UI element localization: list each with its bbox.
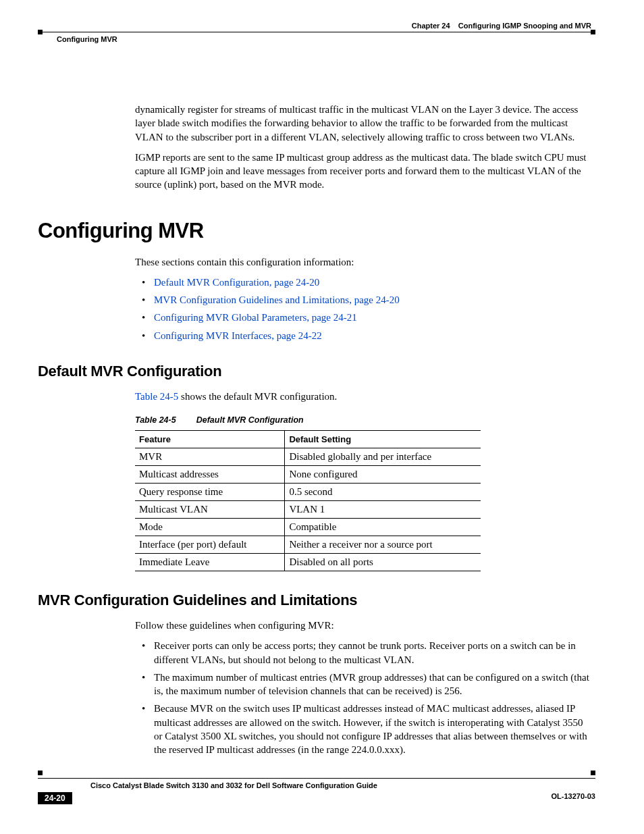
chapter-number: Chapter 24 <box>412 22 450 30</box>
body-paragraph: These sections contain this configuratio… <box>135 255 591 269</box>
body-paragraph: Table 24-5 shows the default MVR configu… <box>135 390 591 403</box>
list-item: MVR Configuration Guidelines and Limitat… <box>135 293 591 307</box>
table-cell: Multicast VLAN <box>135 501 285 519</box>
body-paragraph: dynamically register for streams of mult… <box>135 103 591 144</box>
config-table: Feature Default Setting MVRDisabled glob… <box>135 430 481 571</box>
page-content: dynamically register for streams of mult… <box>0 62 644 756</box>
link-list: Default MVR Configuration, page 24-20 MV… <box>135 276 591 342</box>
book-title: Cisco Catalyst Blade Switch 3130 and 303… <box>38 781 595 789</box>
running-header: Chapter 24 Configuring IGMP Snooping and… <box>0 0 644 62</box>
table-header-row: Feature Default Setting <box>135 431 481 448</box>
header-rule <box>38 32 595 32</box>
list-item: Configuring MVR Global Parameters, page … <box>135 311 591 324</box>
list-item: Configuring MVR Interfaces, page 24-22 <box>135 329 591 342</box>
page-number: 24-20 <box>38 792 72 804</box>
table-row: Multicast addressesNone configured <box>135 466 481 484</box>
heading-2: MVR Configuration Guidelines and Limitat… <box>38 592 591 609</box>
table-row: Interface (per port) defaultNeither a re… <box>135 536 481 554</box>
table-cell: Compatible <box>285 519 481 536</box>
list-item: Receiver ports can only be access ports;… <box>135 639 591 667</box>
xref-link[interactable]: Configuring MVR Global Parameters, page … <box>154 312 357 323</box>
table-row: Immediate LeaveDisabled on all ports <box>135 554 481 571</box>
table-cell: Neither a receiver nor a source port <box>285 536 481 554</box>
table-cell: 0.5 second <box>285 484 481 501</box>
table-header: Default Setting <box>285 431 481 448</box>
footer-marker-icon <box>591 771 595 775</box>
xref-link[interactable]: Configuring MVR Interfaces, page 24-22 <box>154 330 322 341</box>
table-cell: Multicast addresses <box>135 466 285 484</box>
table-row: ModeCompatible <box>135 519 481 536</box>
table-header: Feature <box>135 431 285 448</box>
table-caption: Table 24-5Default MVR Configuration <box>135 415 591 425</box>
guidelines-list: Receiver ports can only be access ports;… <box>135 639 591 756</box>
chapter-title: Configuring IGMP Snooping and MVR <box>458 22 591 30</box>
table-title: Default MVR Configuration <box>196 415 304 425</box>
table-row: Query response time0.5 second <box>135 484 481 501</box>
table-cell: Interface (per port) default <box>135 536 285 554</box>
xref-link[interactable]: Table 24-5 <box>135 391 178 402</box>
header-chapter: Chapter 24 Configuring IGMP Snooping and… <box>412 22 591 30</box>
table-cell: VLAN 1 <box>285 501 481 519</box>
footer-rule <box>38 778 595 779</box>
header-marker-icon <box>38 30 43 34</box>
body-paragraph: Follow these guidelines when configuring… <box>135 619 591 632</box>
table-row: MVRDisabled globally and per interface <box>135 448 481 466</box>
xref-link[interactable]: MVR Configuration Guidelines and Limitat… <box>154 294 400 305</box>
footer-marker-icon <box>38 771 43 775</box>
header-marker-icon <box>591 30 595 34</box>
xref-link[interactable]: Default MVR Configuration, page 24-20 <box>154 277 319 288</box>
document-id: OL-13270-03 <box>552 792 595 800</box>
list-item: Because MVR on the switch uses IP multic… <box>135 702 591 756</box>
table-row: Multicast VLANVLAN 1 <box>135 501 481 519</box>
list-item: Default MVR Configuration, page 24-20 <box>135 276 591 289</box>
table-cell: Query response time <box>135 484 285 501</box>
table-cell: Immediate Leave <box>135 554 285 571</box>
table-cell: MVR <box>135 448 285 466</box>
heading-2: Default MVR Configuration <box>38 363 591 380</box>
heading-1: Configuring MVR <box>38 219 591 243</box>
table-cell: None configured <box>285 466 481 484</box>
table-cell: Disabled on all ports <box>285 554 481 571</box>
body-paragraph: IGMP reports are sent to the same IP mul… <box>135 151 591 192</box>
list-item: The maximum number of multicast entries … <box>135 671 591 698</box>
header-section: Configuring MVR <box>57 35 117 43</box>
table-cell: Mode <box>135 519 285 536</box>
table-number: Table 24-5 <box>135 415 176 425</box>
page-footer: Cisco Catalyst Blade Switch 3130 and 303… <box>38 778 595 806</box>
table-cell: Disabled globally and per interface <box>285 448 481 466</box>
text: shows the default MVR configuration. <box>178 391 337 402</box>
